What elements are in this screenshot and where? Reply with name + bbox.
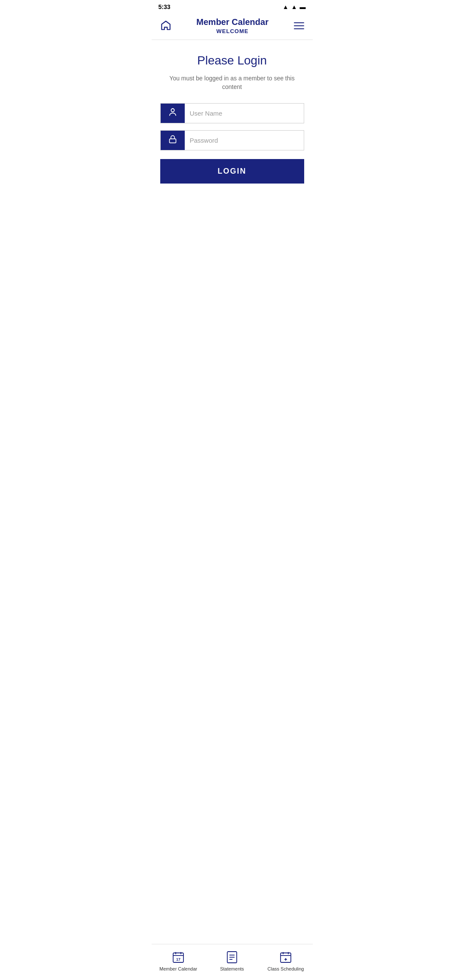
bottom-nav: 17 Member Calendar Statements	[152, 944, 313, 980]
username-input-group	[160, 103, 304, 123]
login-button[interactable]: LOGIN	[160, 159, 304, 184]
document-icon	[226, 951, 238, 965]
hamburger-icon	[294, 22, 304, 29]
page-subtitle: You must be logged in as a member to see…	[160, 74, 304, 91]
status-time: 5:33	[159, 3, 171, 10]
nav-class-scheduling-label: Class Scheduling	[268, 966, 304, 971]
status-bar: 5:33 ▲ ▲ ▬	[152, 0, 313, 14]
password-input[interactable]	[185, 131, 304, 150]
home-button[interactable]	[159, 18, 173, 34]
svg-rect-1	[169, 139, 176, 143]
page-title: Please Login	[197, 54, 267, 67]
username-input[interactable]	[185, 104, 304, 123]
lock-icon	[168, 135, 177, 146]
header: Member Calendar WELCOME	[152, 14, 313, 40]
person-icon	[168, 107, 177, 119]
svg-rect-11	[281, 953, 291, 962]
password-input-group	[160, 130, 304, 150]
main-content: Please Login You must be logged in as a …	[152, 40, 313, 944]
svg-point-0	[171, 109, 174, 112]
nav-class-scheduling[interactable]: Class Scheduling	[259, 948, 313, 973]
app-subtitle: WELCOME	[217, 28, 249, 34]
wifi-icon: ▲	[283, 3, 289, 10]
nav-member-calendar[interactable]: 17 Member Calendar	[152, 948, 205, 973]
nav-statements[interactable]: Statements	[205, 948, 259, 973]
password-icon-box	[161, 131, 185, 150]
menu-button[interactable]	[292, 21, 306, 31]
calendar-plus-icon	[280, 951, 292, 965]
calendar-17-icon: 17	[172, 951, 184, 965]
nav-member-calendar-label: Member Calendar	[159, 966, 197, 971]
login-form: LOGIN	[160, 103, 304, 184]
status-indicators: ▲ ▲ ▬	[283, 3, 306, 10]
battery-icon: ▬	[300, 3, 306, 10]
nav-statements-label: Statements	[220, 966, 244, 971]
svg-text:17: 17	[176, 957, 180, 962]
username-icon-box	[161, 104, 185, 123]
app-title: Member Calendar	[196, 17, 269, 27]
signal-icon: ▲	[291, 3, 297, 10]
home-icon	[160, 20, 171, 31]
header-center: Member Calendar WELCOME	[173, 17, 292, 34]
